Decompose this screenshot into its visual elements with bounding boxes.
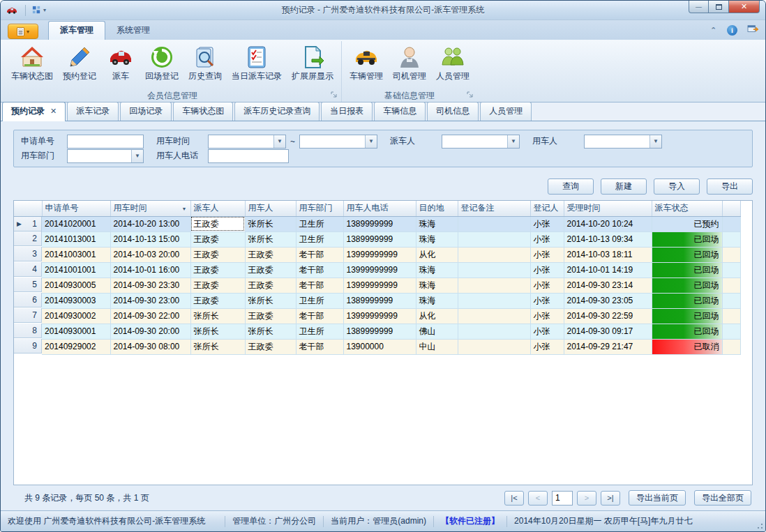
cell-use-time[interactable]: 2014-09-30 22:00	[110, 308, 190, 324]
cell-use-time[interactable]: 2014-10-03 20:00	[110, 247, 190, 262]
last-page-button[interactable]: >|	[601, 491, 620, 506]
cell-dept[interactable]: 卫生所	[296, 324, 343, 339]
maximize-button[interactable]	[709, 1, 729, 13]
cell-phone[interactable]: 13900000	[343, 339, 416, 354]
cell-phone[interactable]: 1389999999	[343, 324, 416, 339]
cell-registrar[interactable]: 小张	[530, 231, 564, 247]
cell-phone[interactable]: 13999999999	[343, 247, 416, 262]
cell-phone[interactable]: 13999999999	[343, 278, 416, 293]
row-indicator[interactable]: 3	[14, 247, 42, 261]
col-header-use-time[interactable]: 用车时间▼	[110, 201, 190, 216]
ribbon-tab-dispatch[interactable]: 派车管理	[48, 21, 105, 40]
switch-windows-icon[interactable]	[747, 24, 758, 36]
col-header-remark[interactable]: 登记备注	[458, 201, 530, 216]
table-row[interactable]: 4201410010012014-10-01 16:00王政委王政委老干部139…	[14, 262, 740, 278]
info-icon[interactable]: i	[727, 25, 737, 36]
sort-filter-icon[interactable]: ▼	[182, 206, 187, 211]
table-row[interactable]: 5201409300052014-09-30 23:30王政委王政委老干部139…	[14, 278, 740, 293]
cell-use-time[interactable]: 2014-10-01 16:00	[110, 262, 190, 278]
cell-dept[interactable]: 卫生所	[296, 231, 343, 247]
cell-accept-time[interactable]: 2014-10-03 18:11	[564, 247, 652, 262]
cell-dispatcher[interactable]: 张所长	[190, 339, 245, 354]
cell-phone[interactable]: 1389999999	[343, 293, 416, 308]
col-header-destination[interactable]: 目的地	[416, 201, 458, 216]
cell-dept[interactable]: 老干部	[296, 278, 343, 293]
reservation-register-button[interactable]: 预约登记	[58, 43, 101, 84]
cell-status[interactable]: 已回场	[652, 247, 722, 262]
row-indicator[interactable]: ▶1	[14, 217, 42, 231]
first-page-button[interactable]: |<	[504, 491, 524, 506]
cell-status[interactable]: 已回场	[652, 308, 722, 324]
row-indicator[interactable]: 7	[14, 308, 42, 323]
license-status-link[interactable]: 【软件已注册】	[441, 515, 500, 527]
table-row[interactable]: 8201409300012014-09-30 20:00张所长张所长卫生所138…	[14, 324, 740, 339]
export-button[interactable]: 导出	[707, 178, 753, 195]
order-no-input[interactable]	[67, 135, 144, 149]
cell-car-user[interactable]: 王政委	[245, 247, 296, 262]
table-row[interactable]: 7201409300022014-09-30 22:00张所长王政委老干部139…	[14, 308, 740, 324]
cell-destination[interactable]: 珠海	[416, 293, 458, 308]
cell-dept[interactable]: 老干部	[296, 339, 343, 354]
cell-status[interactable]: 已回场	[652, 231, 722, 247]
phone-input[interactable]	[208, 149, 289, 163]
cell-car-user[interactable]: 王政委	[245, 339, 296, 354]
application-menu-button[interactable]: ▾	[8, 24, 38, 39]
dialog-launcher-icon[interactable]	[467, 91, 474, 99]
cell-order-no[interactable]: 20140930001	[42, 324, 110, 339]
cell-dispatcher[interactable]: 张所长	[190, 324, 245, 339]
page-number-input[interactable]	[552, 491, 573, 506]
cell-remark[interactable]	[458, 324, 530, 339]
cell-car-user[interactable]: 王政委	[245, 308, 296, 324]
ribbon-tab-system[interactable]: 系统管理	[105, 22, 161, 40]
cell-use-time[interactable]: 2014-10-13 15:00	[110, 231, 190, 247]
cell-phone[interactable]: 1389999999	[343, 231, 416, 247]
cell-dispatcher[interactable]: 王政委	[190, 293, 245, 308]
table-row[interactable]: 6201409300032014-09-30 23:00王政委张所长卫生所138…	[14, 293, 740, 308]
cell-phone[interactable]: 13999999999	[343, 308, 416, 324]
cell-status[interactable]: 已回场	[652, 293, 722, 308]
query-button[interactable]: 查询	[548, 178, 594, 195]
cell-registrar[interactable]: 小张	[530, 278, 564, 293]
col-header-status[interactable]: 派车状态	[652, 201, 722, 216]
cell-phone[interactable]: 1389999999	[343, 216, 416, 231]
table-row[interactable]: 3201410030012014-10-03 20:00王政委王政委老干部139…	[14, 247, 740, 262]
cell-status[interactable]: 已回场	[652, 278, 722, 293]
chevron-down-icon[interactable]: ▼	[507, 135, 519, 148]
cell-registrar[interactable]: 小张	[530, 247, 564, 262]
cell-car-user[interactable]: 王政委	[245, 278, 296, 293]
cell-destination[interactable]: 从化	[416, 247, 458, 262]
cell-remark[interactable]	[458, 247, 530, 262]
cell-remark[interactable]	[458, 308, 530, 324]
cell-accept-time[interactable]: 2014-09-30 23:14	[564, 278, 652, 293]
cell-status[interactable]: 已取消	[652, 339, 722, 354]
cell-use-time[interactable]: 2014-10-20 13:00	[110, 216, 190, 231]
vehicle-management-button[interactable]: 车辆管理	[345, 43, 388, 84]
doc-tab-driver-info[interactable]: 司机信息	[427, 102, 479, 121]
cell-remark[interactable]	[458, 339, 530, 354]
col-header-registrar[interactable]: 登记人	[530, 201, 564, 216]
import-button[interactable]: 导入	[654, 178, 700, 195]
history-query-button[interactable]: 历史查询	[183, 43, 227, 84]
use-time-from-combo[interactable]: ▼	[208, 135, 286, 149]
col-header-accept-time[interactable]: 受理时间	[564, 201, 652, 216]
cell-destination[interactable]: 珠海	[416, 278, 458, 293]
cell-dept[interactable]: 卫生所	[296, 293, 343, 308]
cell-remark[interactable]	[458, 216, 530, 231]
cell-accept-time[interactable]: 2014-09-30 23:05	[564, 293, 652, 308]
cell-order-no[interactable]: 20140929002	[42, 339, 110, 354]
dept-combo[interactable]: ▼	[67, 149, 144, 163]
extended-screen-button[interactable]: 扩展屏显示	[287, 43, 338, 84]
resize-grip[interactable]	[755, 521, 763, 529]
new-button[interactable]: 新建	[601, 178, 647, 195]
table-row[interactable]: 2201410130012014-10-13 15:00王政委张所长卫生所138…	[14, 231, 740, 247]
cell-car-user[interactable]: 王政委	[245, 262, 296, 278]
cell-phone[interactable]: 13999999999	[343, 262, 416, 278]
cell-dept[interactable]: 老干部	[296, 247, 343, 262]
cell-dispatcher[interactable]: 王政委	[190, 278, 245, 293]
doc-tab-vehicle-info[interactable]: 车辆信息	[374, 102, 426, 121]
cell-order-no[interactable]: 20141001001	[42, 262, 110, 278]
use-time-to-combo[interactable]: ▼	[299, 135, 377, 149]
cell-order-no[interactable]: 20140930005	[42, 278, 110, 293]
cell-use-time[interactable]: 2014-09-30 23:30	[110, 278, 190, 293]
table-row[interactable]: ▶1201410200012014-10-20 13:00王政委张所长卫生所13…	[14, 216, 740, 231]
